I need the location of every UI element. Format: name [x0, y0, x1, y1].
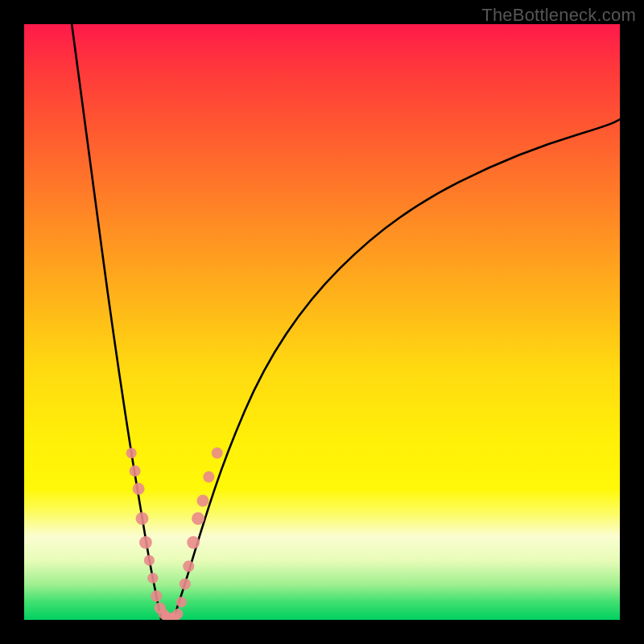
- marker-point: [180, 579, 191, 590]
- marker-point: [192, 512, 204, 525]
- chart-svg: [24, 24, 620, 620]
- marker-point: [133, 483, 145, 495]
- marker-point: [139, 536, 152, 549]
- series-lines: [72, 24, 620, 620]
- marker-point: [176, 597, 187, 607]
- marker-point: [212, 448, 223, 459]
- watermark-text: TheBottleneck.com: [481, 5, 636, 26]
- marker-point: [187, 536, 200, 549]
- plot-area: [24, 24, 620, 620]
- marker-point: [130, 465, 141, 477]
- marker-point: [144, 555, 155, 565]
- series-right-curve: [173, 119, 620, 620]
- marker-point: [147, 573, 158, 584]
- marker-point: [136, 512, 149, 525]
- series-left-curve: [72, 24, 161, 620]
- marker-point: [126, 448, 137, 458]
- marker-point: [172, 609, 183, 619]
- marker-point: [183, 560, 194, 572]
- chart-frame: TheBottleneck.com: [0, 0, 644, 644]
- marker-point: [197, 495, 209, 507]
- marker-point: [151, 590, 162, 601]
- marker-point: [203, 471, 214, 482]
- series-markers: [126, 448, 223, 620]
